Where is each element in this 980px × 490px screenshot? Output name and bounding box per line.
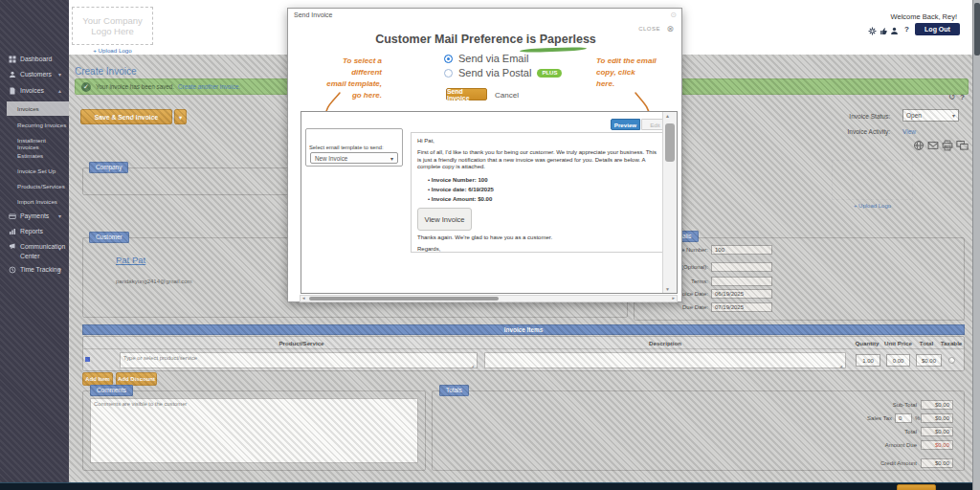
chevron-down-icon: ▾ xyxy=(58,266,61,273)
printer-icon[interactable] xyxy=(942,140,953,151)
radio-selected-icon[interactable] xyxy=(444,55,453,63)
sidebar-item-reports[interactable]: Reports xyxy=(0,228,69,235)
scroll-right-icon[interactable]: ► xyxy=(672,296,676,301)
description-input[interactable] xyxy=(484,352,846,368)
quantity-input[interactable]: 1.00 xyxy=(856,354,880,367)
sidebar-subitem-estimates[interactable]: Estimates xyxy=(7,148,69,163)
add-discount-button[interactable]: Add Discount xyxy=(116,372,157,386)
customer-email: pandakyung2414@gmail.com xyxy=(116,278,191,284)
invoice-status-select[interactable]: Open ▾ xyxy=(902,109,959,122)
sales-tax-rate-input[interactable]: 0 xyxy=(895,413,912,423)
row-drag-handle-icon[interactable] xyxy=(85,357,90,362)
credit-amount-label: Credit Amount xyxy=(825,460,917,466)
sidebar-item-label: Time Tracking xyxy=(20,266,60,273)
send-via-postal-option[interactable]: Send via Postal PLUS xyxy=(444,67,562,78)
page-scrollbar[interactable] xyxy=(972,0,980,490)
unit-price-input[interactable]: 0.00 xyxy=(886,354,910,367)
invoice-date-field[interactable]: 06/19/2025 xyxy=(711,289,772,299)
preview-tab[interactable]: Preview xyxy=(611,119,640,130)
grid-icon xyxy=(9,56,16,63)
option-label: Send via Postal xyxy=(458,67,531,78)
sidebar-item-label: Invoices xyxy=(20,87,44,94)
terms-field[interactable] xyxy=(711,277,772,286)
sidebar-item-label: Communication Center xyxy=(20,242,56,261)
totals-badge: Totals xyxy=(439,385,469,396)
chevron-down-icon: ▾ xyxy=(58,245,61,252)
resize-handle-icon[interactable]: ◢ xyxy=(471,364,474,368)
option-label: Send via Email xyxy=(458,53,528,64)
cancel-link[interactable]: Cancel xyxy=(495,91,519,100)
monitor-icon[interactable] xyxy=(956,140,969,151)
annotation-right: To edit the email copy, click here. xyxy=(596,56,663,90)
resize-handle-icon[interactable]: ◢ xyxy=(839,364,842,368)
total-input[interactable]: $0.00 xyxy=(916,354,942,367)
sidebar-item-dashboard[interactable]: Dashboard xyxy=(0,56,69,63)
sidebar-item-communication-center[interactable]: Communication Center ▾ xyxy=(0,242,69,261)
sidebar-subitem-invoices[interactable]: Invoices xyxy=(7,101,69,116)
scroll-left-icon[interactable]: ◄ xyxy=(301,296,305,301)
template-select[interactable]: New Invoice ▾ xyxy=(310,152,398,164)
scroll-down-icon[interactable]: ▼ xyxy=(665,286,670,292)
gear-icon[interactable] xyxy=(867,26,877,35)
po-number-field[interactable] xyxy=(711,262,772,272)
col-unit-price: Unit Price xyxy=(882,340,914,346)
annotation-line: To select a different xyxy=(315,56,382,78)
company-logo-placeholder: Your Company Logo Here xyxy=(832,160,913,200)
bullet-text: Invoice Number: 100 xyxy=(432,177,488,183)
detail-label: Due Date: xyxy=(598,304,708,310)
sidebar-subitem-products-services[interactable]: Products/Services xyxy=(7,179,69,193)
help-icon[interactable]: ? xyxy=(904,25,909,33)
modal-send-invoice-button[interactable]: Send Invoice xyxy=(446,88,487,100)
scrollbar-thumb[interactable] xyxy=(665,123,675,162)
comments-input[interactable] xyxy=(90,398,418,463)
panel-scrollbar-vertical[interactable]: ▲ ▼ xyxy=(662,112,677,293)
taxable-checkbox[interactable] xyxy=(948,357,955,364)
product-service-input[interactable] xyxy=(120,352,478,368)
company-logo-placeholder: Your Company Logo Here xyxy=(72,7,153,45)
create-another-link[interactable]: Create another invoice. xyxy=(178,83,240,90)
upload-logo-link[interactable]: + Upload Logo xyxy=(832,203,913,209)
email-bullet: • Invoice Amount: $0.00 xyxy=(428,196,492,202)
scrollbar-thumb[interactable] xyxy=(974,3,980,56)
save-send-invoice-button[interactable]: Save & Send Invoice xyxy=(80,109,172,124)
globe-icon[interactable] xyxy=(913,140,924,151)
email-body-box: Hi Pat, First of all, I'd like to thank … xyxy=(411,132,669,253)
invoice-number-field[interactable]: 100 xyxy=(711,245,772,255)
logout-button[interactable]: Log Out xyxy=(915,23,960,35)
user-icon[interactable] xyxy=(889,26,899,35)
sidebar-subitem-invoice-set-up[interactable]: Invoice Set Up xyxy=(7,164,69,178)
annotation-line: To edit the email xyxy=(596,56,663,67)
sidebar-item-label: Reports xyxy=(20,228,43,234)
sidebar-item-payments[interactable]: Payments ▾ xyxy=(0,212,69,220)
sidebar-subitem-import-invoices[interactable]: Import Invoices xyxy=(7,194,69,209)
email-body-text: First of all, I'd like to thank you for … xyxy=(417,149,662,171)
bullet-text: Invoice Amount: $0.00 xyxy=(432,196,492,202)
sidebar-item-customers[interactable]: Customers ▾ xyxy=(0,71,69,78)
radio-unselected-icon[interactable] xyxy=(444,69,453,78)
mail-icon[interactable] xyxy=(927,140,939,151)
sidebar-item-invoices[interactable]: Invoices ▴ xyxy=(0,87,69,95)
view-invoice-button[interactable]: View Invoice xyxy=(417,208,472,231)
email-bullet: • Invoice date: 6/19/2025 xyxy=(428,187,494,192)
invoice-activity-view-link[interactable]: View xyxy=(902,128,916,135)
add-item-button[interactable]: Add Item xyxy=(82,372,113,386)
send-via-email-option[interactable]: Send via Email xyxy=(444,53,528,64)
upload-logo-link[interactable]: + Upload Logo xyxy=(72,47,153,54)
sidebar-subitem-recurring-invoices[interactable]: Recurring Invoices xyxy=(7,118,69,132)
thumbs-up-icon[interactable] xyxy=(879,26,888,35)
scroll-up-icon[interactable]: ▲ xyxy=(665,113,670,119)
sidebar: Dashboard Customers ▾ Invoices ▴ Invoice… xyxy=(0,0,69,490)
logo-text: Your Company xyxy=(846,170,900,180)
panel-scrollbar-horizontal[interactable]: ◄ ► xyxy=(300,295,678,302)
save-send-dropdown-button[interactable]: ▾ xyxy=(174,109,187,124)
due-date-field[interactable]: 07/19/2025 xyxy=(711,302,772,312)
footer-save-button-partial[interactable] xyxy=(897,484,936,490)
close-label[interactable]: CLOSE xyxy=(638,26,660,32)
sidebar-item-time-tracking[interactable]: Time Tracking ▾ xyxy=(0,266,69,274)
customer-name-link[interactable]: Pat Pat xyxy=(116,255,145,265)
invoice-activity-label: Invoice Activity: xyxy=(823,128,890,135)
col-taxable: Taxable xyxy=(938,340,965,346)
scrollbar-thumb[interactable] xyxy=(309,297,499,301)
chevron-down-icon: ▾ xyxy=(952,112,955,119)
total-value: $0.00 xyxy=(921,427,953,436)
